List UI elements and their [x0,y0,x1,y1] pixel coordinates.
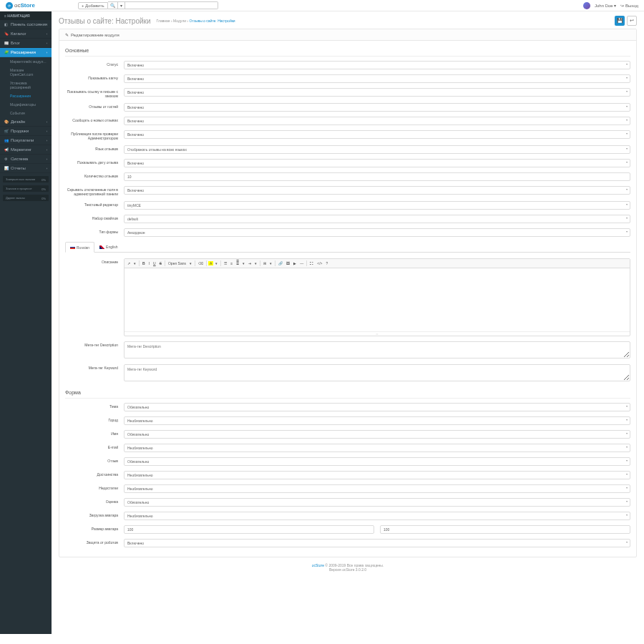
bold-icon[interactable]: B [141,260,147,266]
editor-toolbar: ↗▾ B I U S Open Sans▾ ⌫ [125,259,630,268]
indent-icon[interactable]: ⇥ [247,260,253,266]
sidebar-item-design[interactable]: 🎨Дизайн› [0,117,52,127]
pencil-icon: ✎ [65,32,69,37]
editor-content[interactable] [125,268,630,331]
color-icon[interactable]: A [208,261,213,265]
label-lang: Язык отзывов [65,145,124,151]
select-avatar[interactable]: Необязательно [124,512,630,520]
video-icon[interactable]: ▶ [292,260,298,266]
label-bot: Защита от роботов [65,539,124,545]
tab-russian[interactable]: Russian [65,242,94,253]
cancel-button[interactable]: ↩ [627,16,637,26]
content: Отзывы о сайте: Настройки Главная › Моду… [52,11,644,634]
label-captcha: Показывать капчу [65,74,124,80]
logo[interactable]: ⟳ ocStore [6,2,35,9]
tab-english[interactable]: English [94,242,122,252]
avatar[interactable] [583,2,590,9]
footer-link[interactable]: ocStore [312,563,324,567]
panel: ✎Редактирование модуля Основные СтатусВк… [59,29,637,557]
label-subject: Тема [65,403,124,409]
design-icon: 🎨 [4,119,9,124]
select-pros[interactable]: Необязательно [124,471,630,479]
sidebar-item-dashboard[interactable]: ◧Панель состояния [0,20,52,29]
code-icon[interactable]: </> [316,260,323,266]
sidebar-item-reports[interactable]: 📊Отчеты› [0,164,52,173]
sidebar-sub-extensions[interactable]: Расширения [0,92,52,100]
textarea-meta-desc[interactable] [124,341,630,358]
add-button[interactable]: + Добавить [78,2,108,9]
input-avatar-w[interactable] [124,525,374,534]
italic-icon[interactable]: I [147,260,151,266]
sidebar-item-catalog[interactable]: 🔖Каталог› [0,29,52,39]
ol-icon[interactable]: ≡ [229,260,234,266]
user-name[interactable]: John Doe ▾ [595,3,616,8]
breadcrumb-current[interactable]: Отзывы о сайте: Настройки [189,19,235,23]
select-status[interactable]: Включено [124,61,630,69]
select-rating[interactable]: Обязательно [124,498,630,507]
select-lang[interactable]: Отображать отзывы на всех языках [124,145,630,154]
sidebar-item-extensions[interactable]: 🧩Расширения› [0,48,52,57]
select-cons[interactable]: Необязательно [124,484,630,493]
label-rating: Оценка [65,498,124,504]
input-count[interactable] [124,172,630,181]
select-admin[interactable]: Включено [124,130,630,139]
sidebar-sub-events[interactable]: События [0,109,52,117]
select-captcha[interactable]: Включено [124,74,630,83]
link-icon[interactable]: 🔗 [277,260,284,266]
ul-icon[interactable]: ☰ [223,260,228,266]
select-date[interactable]: Включено [124,159,630,167]
save-button[interactable]: 💾 [615,16,625,26]
sidebar-sub-installer[interactable]: Установка расширений [0,79,52,92]
sidebar-sub-marketplace[interactable]: Маркетплейс модул... [0,57,52,66]
sidebar-item-sales[interactable]: 🛒Продажи› [0,127,52,136]
search-caret[interactable]: ▾ [118,1,125,9]
select-bot[interactable]: Включено [124,539,630,547]
hr-icon[interactable]: — [298,260,305,266]
select-editor[interactable]: tinyMCE [124,201,630,210]
sidebar-sub-opencart[interactable]: Магазин OpenCart.com [0,66,52,79]
select-name[interactable]: Обязательно [124,430,630,439]
label-admin: Публикация после проверки Администраторо… [65,130,124,140]
image-icon[interactable]: 🖼 [285,260,291,266]
select-smilies[interactable]: default [124,215,630,223]
label-date: Показывать дату отзыва [65,159,124,165]
align-icon[interactable]: ≣ [235,260,240,266]
select-guest[interactable]: Включено [124,103,630,112]
help-icon[interactable]: ? [325,260,330,266]
select-link[interactable]: Включено [124,88,630,97]
sidebar-item-system[interactable]: ⚙Система› [0,155,52,164]
source-icon[interactable]: ↗ [126,260,132,266]
select-city[interactable]: Необязательно [124,416,630,425]
label-hide: Скрывать отключенные поля в администрати… [65,186,124,196]
label-guest: Отзывы от гостей [65,103,124,109]
select-formtype[interactable]: Аккордеон [124,228,630,237]
select-review[interactable]: Обязательно [124,457,630,466]
panel-header: ✎Редактирование модуля [59,29,636,41]
sidebar-sub-modifications[interactable]: Модификаторы [0,100,52,109]
editor-resize[interactable]: ═ [125,331,630,336]
select-hide[interactable]: Включено [124,186,630,195]
clear-icon[interactable]: ⌫ [197,260,205,266]
input-avatar-h[interactable] [380,525,630,534]
flag-ru-icon [70,245,75,249]
select-email[interactable]: Необязательно [124,444,630,452]
table-icon[interactable]: ⊞ [262,260,268,266]
font-select[interactable]: Open Sans [167,260,187,266]
sidebar-item-blog[interactable]: 📰Блог› [0,39,52,48]
select-notify[interactable]: Включено [124,117,630,125]
logout-link[interactable]: ↪ Выход [620,3,638,8]
search-input[interactable] [125,1,218,9]
share-icon: 📢 [4,147,9,152]
strike-icon[interactable]: S [158,260,163,266]
label-link: Показывать ссылку в письме с заказом [65,88,124,98]
fullscreen-icon[interactable]: ⛶ [308,260,315,266]
flag-en-icon [99,245,104,249]
select-subject[interactable]: Обязательно [124,403,630,411]
textarea-meta-kw[interactable] [124,364,630,381]
page-title: Отзывы о сайте: Настройки [59,17,151,25]
sidebar-item-customers[interactable]: 👥Покупатели› [0,136,52,145]
cart-icon: 🛒 [4,129,9,133]
underline-icon[interactable]: U [152,260,157,266]
sidebar-item-marketing[interactable]: 📢Маркетинг› [0,145,52,155]
search-icon[interactable]: 🔍 [108,1,118,9]
